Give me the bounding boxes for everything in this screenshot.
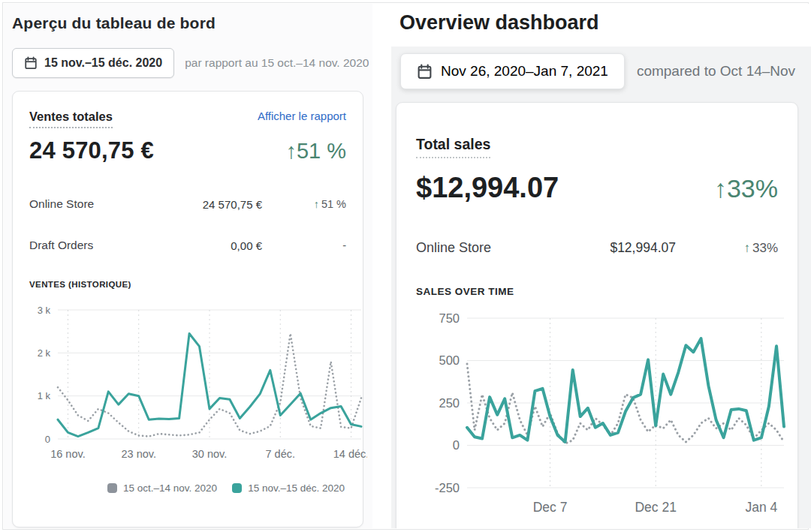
sales-breakdown-list: Online Store 24 570,75 € ↑51 % Draft Ord… xyxy=(29,197,346,252)
svg-text:Dec 21: Dec 21 xyxy=(635,500,676,515)
view-report-link[interactable]: Afficher le rapport xyxy=(258,110,346,122)
svg-text:23 nov.: 23 nov. xyxy=(121,448,156,460)
row-value: 24 570,75 € xyxy=(148,198,262,211)
date-range-label: Nov 26, 2020–Jan 7, 2021 xyxy=(441,63,608,80)
metric-title[interactable]: Ventes totales xyxy=(29,110,113,128)
list-item: Online Store 24 570,75 € ↑51 % xyxy=(29,197,346,211)
dashboard-panel-en: Overview dashboard Nov 26, 2020–Jan 7, 2… xyxy=(391,4,811,528)
date-range-button[interactable]: 15 nov.–15 déc. 2020 xyxy=(12,48,174,78)
total-sales-card: Ventes totales Afficher le rapport 24 57… xyxy=(12,91,363,527)
svg-text:0: 0 xyxy=(45,434,50,445)
date-filter-row: Nov 26, 2020–Jan 7, 2021 compared to Oct… xyxy=(400,53,795,90)
row-change: - xyxy=(262,239,346,251)
comparison-period-text: compared to Oct 14–Nov xyxy=(637,63,795,80)
list-item: Draft Orders 0,00 € - xyxy=(29,239,346,252)
sales-history-chart[interactable]: 3 k2 k1 k016 nov.23 nov.30 nov.7 déc.14 … xyxy=(28,295,367,469)
svg-text:750: 750 xyxy=(439,311,460,325)
svg-text:16 nov.: 16 nov. xyxy=(50,448,86,460)
svg-text:2 k: 2 k xyxy=(38,347,51,359)
sales-breakdown-list: Online Store $12,994.07 ↑33% xyxy=(416,240,778,256)
row-label: Online Store xyxy=(416,240,533,256)
svg-text:250: 250 xyxy=(439,396,460,410)
svg-text:7 déc.: 7 déc. xyxy=(266,448,296,460)
row-label: Draft Orders xyxy=(29,239,148,252)
page-title: Aperçu du tableau de bord xyxy=(12,14,216,32)
total-sales-value: $12,994.07 xyxy=(416,172,559,204)
metric-title[interactable]: Total sales xyxy=(416,136,490,158)
date-filter-row: 15 nov.–15 déc. 2020 par rapport au 15 o… xyxy=(12,47,369,79)
legend-swatch-teal xyxy=(232,483,242,493)
chart-section-title: VENTES (HISTORIQUE) xyxy=(29,280,346,289)
chart-legend: 15 oct.–14 nov. 2020 15 nov.–15 déc. 202… xyxy=(29,482,345,494)
legend-item-current: 15 nov.–15 déc. 2020 xyxy=(232,482,345,494)
total-sales-change: ↑51 % xyxy=(285,139,346,164)
total-sales-value: 24 570,75 € xyxy=(29,137,154,164)
svg-text:Jan 4: Jan 4 xyxy=(745,500,777,515)
date-range-label: 15 nov.–15 déc. 2020 xyxy=(44,56,162,70)
total-sales-card: Total sales $12,994.07 ↑33% Online Store… xyxy=(396,102,798,528)
row-change: ↑33% xyxy=(676,241,778,256)
row-label: Online Store xyxy=(29,197,148,211)
chart-section-title: SALES OVER TIME xyxy=(416,286,778,297)
svg-text:1 k: 1 k xyxy=(38,390,51,401)
calendar-icon xyxy=(24,56,38,70)
up-arrow-icon: ↑ xyxy=(314,198,319,210)
svg-text:500: 500 xyxy=(439,353,460,367)
comparison-period-text: par rapport au 15 oct.–14 nov. 2020 xyxy=(185,56,369,70)
svg-text:30 nov.: 30 nov. xyxy=(192,448,228,460)
list-item: Online Store $12,994.07 ↑33% xyxy=(416,240,778,256)
row-value: 0,00 € xyxy=(148,239,262,252)
date-range-button[interactable]: Nov 26, 2020–Jan 7, 2021 xyxy=(400,53,625,89)
svg-text:0: 0 xyxy=(453,438,460,452)
dashboard-panel-fr: Aperçu du tableau de bord 15 nov.–15 déc… xyxy=(4,4,372,528)
legend-swatch-gray xyxy=(107,483,117,493)
total-sales-change: ↑33% xyxy=(714,174,778,203)
up-arrow-icon: ↑ xyxy=(743,241,750,255)
svg-text:Dec 7: Dec 7 xyxy=(533,500,568,515)
svg-text:14 déc.: 14 déc. xyxy=(333,448,367,460)
legend-item-comparison: 15 oct.–14 nov. 2020 xyxy=(107,482,217,494)
calendar-icon xyxy=(417,64,433,80)
svg-text:-250: -250 xyxy=(435,481,460,494)
svg-text:3 k: 3 k xyxy=(38,305,51,316)
sales-over-time-chart[interactable]: 7505002500-250Dec 7Dec 21Jan 4 xyxy=(413,306,788,525)
row-value: $12,994.07 xyxy=(533,240,676,256)
row-change: ↑51 % xyxy=(262,198,346,210)
page-title: Overview dashboard xyxy=(399,11,599,35)
